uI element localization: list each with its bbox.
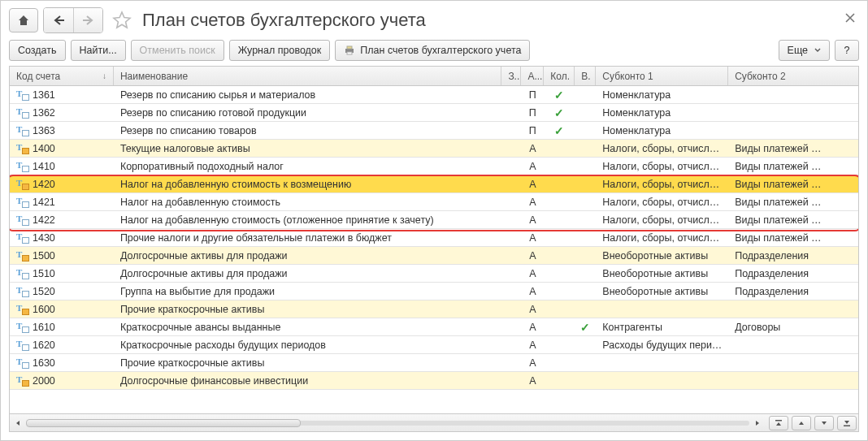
subconto-1: Номенклатура: [596, 122, 728, 139]
forward-button[interactable]: [73, 8, 102, 32]
subconto-1: Налоги, сборы, отчисл…: [596, 158, 728, 175]
subconto-1: Номенклатура: [596, 86, 728, 103]
account-leaf-icon: [16, 89, 29, 101]
subconto-1: Налоги, сборы, отчисл…: [596, 140, 728, 157]
subconto-2: Виды платежей …: [728, 211, 858, 228]
subconto-2: [728, 300, 858, 318]
table-row[interactable]: 1430Прочие налоги и другие обязательные …: [10, 229, 858, 247]
table-row[interactable]: 1410Корпоративный подоходный налогАНалог…: [10, 158, 858, 175]
account-code: 1630: [33, 357, 55, 369]
page-title: План счетов бухгалтерского учета: [142, 10, 426, 31]
print-chart-button[interactable]: План счетов бухгалтерского учета: [335, 40, 530, 61]
subconto-2: [728, 336, 858, 353]
scroll-right-button[interactable]: [751, 418, 764, 428]
account-type: А: [521, 265, 544, 282]
col-kol[interactable]: Кол.: [544, 67, 575, 85]
subconto-2: Подразделения: [728, 283, 858, 300]
account-name: Долгосрочные активы для продажи: [114, 265, 502, 282]
subconto-1: [596, 372, 728, 389]
subconto-2: Виды платежей …: [728, 158, 858, 175]
scroll-left-button[interactable]: [11, 418, 24, 428]
account-name: Прочие налоги и другие обязательные плат…: [114, 229, 502, 246]
sort-asc-icon: ↓: [102, 71, 106, 80]
home-icon: [17, 14, 30, 27]
prev-row-button[interactable]: [792, 416, 811, 430]
table-row[interactable]: 1420Налог на добавленную стоимость к воз…: [10, 175, 858, 193]
subconto-2: Виды платежей …: [728, 140, 858, 157]
subconto-1: Налоги, сборы, отчисл…: [596, 175, 728, 192]
table-row[interactable]: 1630Прочие краткосрочные активыА: [10, 354, 858, 372]
find-button[interactable]: Найти...: [71, 40, 126, 61]
account-name: Прочие краткосрочные активы: [114, 354, 502, 371]
account-leaf-icon: [16, 322, 29, 333]
table-row[interactable]: 1361Резерв по списанию сырья и материало…: [10, 86, 858, 104]
col-sub1[interactable]: Субконто 1: [596, 67, 728, 85]
favorite-button[interactable]: [110, 8, 134, 32]
account-group-icon: [16, 375, 29, 387]
create-button[interactable]: Создать: [9, 40, 66, 61]
check-icon: ✓: [550, 124, 568, 137]
account-type: А: [521, 247, 544, 264]
check-icon: ✓: [581, 321, 589, 334]
account-type: А: [521, 140, 544, 157]
account-code: 1363: [33, 125, 55, 136]
table-row[interactable]: 1520Группа на выбытие для продажиАВнеобо…: [10, 283, 858, 300]
table-row[interactable]: 1363Резерв по списанию товаровП✓Номенкла…: [10, 122, 858, 140]
close-button[interactable]: [841, 9, 859, 27]
col-z[interactable]: З...: [501, 67, 521, 85]
account-name: Резерв по списанию товаров: [114, 122, 502, 139]
scroll-thumb[interactable]: [26, 419, 301, 427]
table-row[interactable]: 1500Долгосрочные активы для продажиАВнео…: [10, 247, 858, 265]
arrow-right-icon: [82, 15, 95, 25]
subconto-1: Налоги, сборы, отчисл…: [596, 193, 728, 210]
account-leaf-icon: [16, 357, 29, 369]
account-code: 1430: [33, 232, 55, 244]
account-code: 1500: [33, 250, 55, 262]
first-row-button[interactable]: [769, 416, 788, 430]
subconto-2: Виды платежей …: [728, 229, 858, 246]
svg-rect-3: [775, 420, 782, 422]
account-leaf-icon: [16, 214, 29, 226]
col-code[interactable]: Код счета ↓: [10, 67, 114, 85]
help-button[interactable]: ?: [835, 40, 859, 61]
col-name[interactable]: Наименование: [114, 67, 502, 85]
printer-icon: [344, 45, 355, 56]
account-code: 1422: [33, 214, 55, 226]
account-name: Долгосрочные активы для продажи: [114, 247, 502, 264]
subconto-2: [728, 354, 858, 371]
go-up-icon: [797, 419, 805, 427]
account-code: 1610: [33, 322, 55, 333]
table-row[interactable]: 1421Налог на добавленную стоимостьАНалог…: [10, 193, 858, 211]
horizontal-scrollbar[interactable]: [11, 418, 764, 428]
table-row[interactable]: 1610Краткосрочные авансы выданныеА✓Контр…: [10, 318, 858, 336]
table-row[interactable]: 1400Текущие налоговые активыАНалоги, сбо…: [10, 140, 858, 158]
account-group-icon: [16, 250, 29, 262]
next-row-button[interactable]: [814, 416, 834, 430]
table-row[interactable]: 1362Резерв по списанию готовой продукции…: [10, 104, 858, 122]
table-header: Код счета ↓ Наименование З... А... Кол. …: [10, 67, 858, 86]
back-button[interactable]: [44, 8, 73, 32]
account-code: 1362: [33, 107, 55, 119]
more-button[interactable]: Еще: [779, 40, 830, 61]
account-name: Корпоративный подоходный налог: [114, 158, 502, 175]
account-name: Текущие налоговые активы: [114, 140, 502, 157]
home-button[interactable]: [9, 8, 38, 32]
journal-button[interactable]: Журнал проводок: [229, 40, 331, 61]
star-icon: [112, 11, 132, 30]
table-row[interactable]: 2000Долгосрочные финансовые инвестицииА: [10, 372, 858, 390]
table-row[interactable]: 1600Прочие краткосрочные активыА: [10, 300, 858, 318]
subconto-2: Виды платежей …: [728, 193, 858, 210]
account-name: Налог на добавленную стоимость: [114, 193, 502, 210]
col-sub2[interactable]: Субконто 2: [728, 67, 858, 85]
account-code: 2000: [33, 375, 55, 387]
account-name: Прочие краткосрочные активы: [114, 300, 502, 318]
col-a[interactable]: А...: [521, 67, 544, 85]
col-v[interactable]: В.: [575, 67, 596, 85]
account-leaf-icon: [16, 107, 29, 119]
table-row[interactable]: 1620Краткосрочные расходы будущих период…: [10, 336, 858, 354]
table-row[interactable]: 1510Долгосрочные активы для продажиАВнео…: [10, 265, 858, 283]
last-row-button[interactable]: [837, 416, 857, 430]
subconto-2: [728, 122, 858, 139]
table-row[interactable]: 1422Налог на добавленную стоимость (отло…: [10, 211, 858, 229]
account-type: П: [521, 86, 544, 103]
